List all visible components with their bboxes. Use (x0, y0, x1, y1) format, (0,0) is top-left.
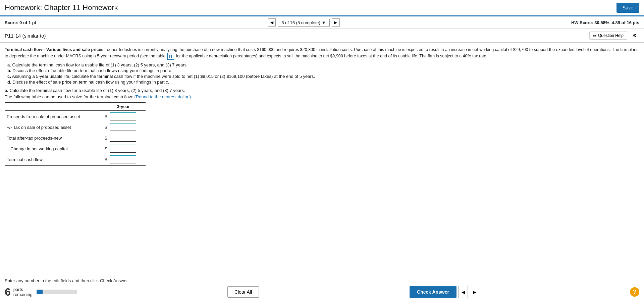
dropdown-icon[interactable]: ▼ (322, 20, 326, 25)
navigation-controls: ◀ 6 of 16 (5 complete) ▼ ▶ (268, 18, 340, 27)
problem-part-b: b. Discuss the effect of usable life on … (7, 68, 639, 73)
footer-prev-button[interactable]: ◀ (459, 286, 468, 298)
parts-count: 6 (5, 287, 11, 297)
page-title: Homework: Chapter 11 Homework (5, 3, 118, 12)
parts-label: parts remaining (13, 287, 33, 297)
main-content: Terminal cash flow—Various lives and sal… (0, 43, 644, 276)
question-tools: ☷ Question Help ⚙ (589, 31, 639, 40)
row-label-aftertax: Total after-tax proceeds-new (5, 133, 101, 143)
row-label-tax: +/- Tax on sale of proposed asset (5, 122, 101, 133)
proceeds-input[interactable] (110, 112, 136, 120)
next-question-button[interactable]: ▶ (332, 18, 340, 27)
table-row-last: Terminal cash flow $ (5, 154, 146, 165)
dollar-sign-3: $ (101, 143, 108, 154)
row-label-nwc: + Change in net working capital (5, 143, 101, 154)
round-note-link[interactable]: (Round to the nearest dollar.) (135, 94, 191, 99)
nwc-input[interactable] (110, 145, 136, 153)
cash-flow-table: 3-year Proceeds from sale of proposed as… (5, 102, 146, 166)
score-display: Score: 0 of 1 pt (5, 20, 36, 25)
problem-title: Terminal cash flow—Various lives and sal… (5, 47, 103, 52)
table-row: + Change in net working capital $ (5, 143, 146, 154)
dollar-sign-4: $ (101, 154, 108, 165)
problem-text2: for the applicable depreciation percenta… (176, 54, 487, 59)
page-indicator: 6 of 16 (5 complete) ▼ (278, 19, 330, 27)
list-icon: ☷ (593, 33, 597, 38)
prev-question-button[interactable]: ◀ (268, 18, 276, 27)
save-button[interactable]: Save (616, 3, 639, 13)
progress-bar-fill (37, 290, 43, 294)
progress-bar (37, 290, 77, 294)
table-column-header: 3-year (101, 102, 146, 111)
table-row: Total after-tax proceeds-new $ (5, 133, 146, 143)
tax-input[interactable] (110, 123, 136, 131)
gear-icon: ⚙ (633, 33, 637, 38)
table-reference-icon[interactable]: ​☷ (167, 53, 174, 60)
problem-statement: Terminal cash flow—Various lives and sal… (5, 47, 639, 60)
question-id: P11-14 (similar to) (5, 33, 46, 39)
hw-score-display: HW Score: 30.58%, 4.89 of 16 pts (571, 20, 639, 25)
footer-next-button[interactable]: ▶ (470, 286, 479, 298)
score-label: Score: (5, 20, 18, 25)
dollar-sign-0: $ (101, 111, 108, 122)
footer-right-controls: Check Answer ◀ ▶ (410, 286, 479, 298)
input-cell-2[interactable] (108, 133, 146, 143)
dollar-sign-2: $ (101, 133, 108, 143)
table-row: +/- Tax on sale of proposed asset $ (5, 122, 146, 133)
settings-button[interactable]: ⚙ (630, 31, 639, 40)
problem-part-d: d. Discuss the effect of sale price on t… (7, 80, 639, 85)
tcf-input[interactable] (110, 155, 136, 163)
aftertax-input[interactable] (110, 134, 136, 142)
table-row: Proceeds from sale of proposed asset $ (5, 111, 146, 122)
input-cell-0[interactable] (108, 111, 146, 122)
footer-bottom: 6 parts remaining Clear All Check Answer… (5, 286, 639, 298)
row-label-tcf: Terminal cash flow (5, 154, 101, 165)
row-label-proceeds: Proceeds from sale of proposed asset (5, 111, 101, 122)
question-help-button[interactable]: ☷ Question Help (589, 32, 627, 40)
check-answer-button[interactable]: Check Answer (410, 286, 457, 298)
footer-instructions: Enter any number in the edit fields and … (5, 278, 639, 283)
clear-all-button[interactable]: Clear All (227, 286, 259, 298)
input-cell-3[interactable] (108, 143, 146, 154)
problem-parts-list: a. Calculate the terminal cash flow for … (7, 62, 639, 85)
subpart-a-label: a. Calculate the terminal cash flow for … (5, 88, 639, 93)
problem-part-c: c. Assuming a 5-year usable life, calcul… (7, 74, 639, 79)
input-cell-4[interactable] (108, 154, 146, 165)
hw-score-label: HW Score: (571, 20, 593, 25)
input-cell-1[interactable] (108, 122, 146, 133)
hw-score-value: 30.58%, 4.89 of 16 pts (594, 20, 639, 25)
help-circle-button[interactable]: ? (630, 287, 639, 297)
score-value: 0 of 1 pt (19, 20, 36, 25)
footer: Enter any number in the edit fields and … (0, 276, 644, 300)
dollar-sign-1: $ (101, 122, 108, 133)
subpart-instruction: The following table can be used to solve… (5, 94, 639, 99)
problem-part-a: a. Calculate the terminal cash flow for … (7, 62, 639, 67)
parts-remaining: 6 parts remaining (5, 287, 77, 297)
